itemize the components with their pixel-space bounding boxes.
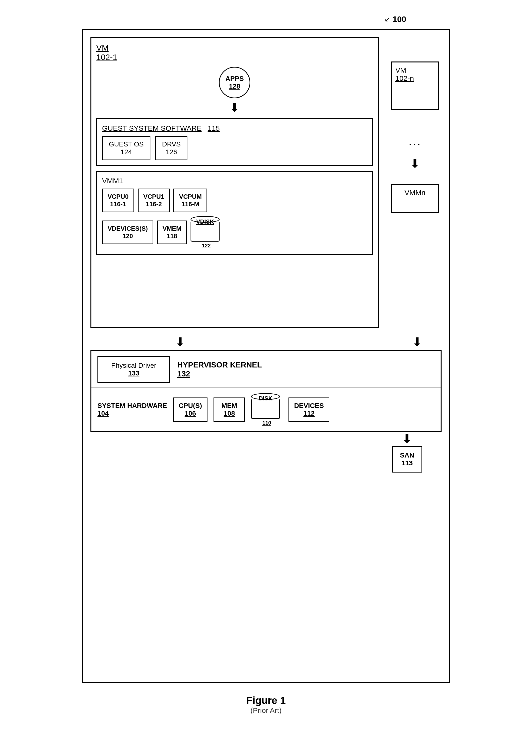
- arrow-to-hyp-2: ⬇: [412, 335, 422, 349]
- apps-label: APPS: [225, 75, 244, 83]
- mem-ref: 108: [219, 410, 240, 417]
- disk-container: DISK 110: [251, 393, 282, 426]
- right-col: VM 102-n ... ⬇ VMMn: [388, 62, 442, 213]
- drvs-ref: 126: [162, 148, 181, 156]
- san-label: SAN: [400, 451, 414, 459]
- vdisk-ref-text: 122: [202, 243, 211, 249]
- disk-ref: 110: [262, 420, 271, 426]
- san-ref: 113: [400, 459, 414, 467]
- vm1-ref: 102-1: [96, 53, 117, 62]
- vm-n-block: VM 102-n: [391, 62, 439, 110]
- mem-label: MEM: [219, 402, 240, 410]
- figure-title-area: Figure 1 (Prior Art): [82, 695, 450, 715]
- guest-os-label: GUEST OS: [109, 140, 144, 148]
- vm-n-ref: 102-n: [395, 74, 435, 83]
- vcpum-label: VCPUM: [179, 193, 202, 201]
- vmem-label: VMEM: [163, 225, 181, 232]
- vcpum-box: VCPUM 116-M: [173, 189, 207, 212]
- vdevices-row: VDEVICES(S) 120 VMEM 118: [102, 216, 367, 249]
- vcpu0-label: VCPU0: [108, 193, 129, 201]
- top-row: VM 102-1 APPS 128 ⬇ GUEST SYSTEM SOFTWAR…: [90, 37, 442, 328]
- arrow-100-indicator: ↙: [385, 15, 390, 23]
- sys-hw-text: SYSTEM HARDWARE: [97, 402, 167, 410]
- sys-row-inner: SYSTEM HARDWARE 104 CPU(S) 106 MEM 108: [91, 388, 441, 431]
- devices-ref: 112: [294, 410, 324, 417]
- disk-inner-label: DISK: [251, 395, 280, 402]
- vmm-n-label: VMMn: [395, 189, 435, 197]
- vcpu0-box: VCPU0 116-1: [102, 189, 134, 212]
- vdisk-label: VDISK: [196, 218, 214, 225]
- hypervisor-kernel-box: HYPERVISOR KERNEL 132: [177, 356, 435, 383]
- vdevices-box: VDEVICES(S) 120: [102, 221, 153, 244]
- hyp-row-inner: Physical Driver 133 HYPERVISOR KERNEL 13…: [91, 351, 441, 388]
- ref-100-label: 100: [393, 14, 406, 24]
- vm1-block: VM 102-1 APPS 128 ⬇ GUEST SYSTEM SOFTWAR…: [90, 37, 379, 328]
- guest-system-ref: 115: [208, 124, 220, 132]
- san-col: ⬇ SAN 113: [392, 432, 422, 472]
- guest-system-block: GUEST SYSTEM SOFTWARE 115 GUEST OS 124 D…: [96, 119, 373, 166]
- devices-box: DEVICES 112: [289, 397, 329, 422]
- apps-circle: APPS 128: [219, 67, 250, 98]
- page: ↙ 100 VM 102-1 APPS 128 ⬇: [72, 10, 459, 745]
- vm-n-label: VM: [395, 66, 435, 74]
- vm1-label: VM 102-1: [96, 43, 373, 62]
- main-diagram-box: VM 102-1 APPS 128 ⬇ GUEST SYSTEM SOFTWAR…: [82, 29, 450, 683]
- sys-hw-ref: 104: [97, 410, 167, 417]
- ellipsis: ...: [408, 134, 421, 148]
- vdevices-label: VDEVICES(S): [108, 225, 148, 232]
- vmm-n-arrow: ⬇: [410, 157, 420, 171]
- physical-driver-box: Physical Driver 133: [97, 356, 170, 383]
- cpus-label: CPU(S): [179, 402, 202, 410]
- figure-caption: Figure 1 (Prior Art): [82, 695, 450, 715]
- guest-system-label-text: GUEST SYSTEM SOFTWARE: [102, 124, 202, 132]
- san-box: SAN 113: [392, 446, 422, 472]
- guest-system-label: GUEST SYSTEM SOFTWARE 115: [102, 124, 367, 132]
- vcpum-ref: 116-M: [179, 201, 202, 208]
- hyp-sys-wrapper: Physical Driver 133 HYPERVISOR KERNEL 13…: [90, 350, 442, 432]
- vmm-n-block: VMMn: [391, 184, 439, 213]
- san-area: ⬇ SAN 113: [90, 432, 442, 472]
- guest-os-box: GUEST OS 124: [102, 136, 150, 160]
- figure-subtitle: (Prior Art): [82, 706, 450, 715]
- disk-label: DISK: [259, 395, 272, 402]
- cpus-box: CPU(S) 106: [173, 397, 208, 422]
- vmem-box: VMEM 118: [157, 221, 187, 244]
- vcpu1-ref: 116-2: [143, 201, 165, 208]
- vdisk-ref: 122: [190, 243, 222, 249]
- apps-ref: 128: [229, 83, 241, 90]
- vmem-ref: 118: [163, 232, 181, 240]
- vcpu0-ref: 116-1: [108, 201, 129, 208]
- cpus-ref: 106: [179, 410, 202, 417]
- hypervisor-kernel-label: HYPERVISOR KERNEL: [177, 361, 435, 369]
- hypervisor-kernel-ref: 132: [177, 369, 435, 378]
- vmm1-block: VMM1 VCPU0 116-1 VCPU1 116-2 VCPUM: [96, 171, 373, 255]
- guest-os-row: GUEST OS 124 DRVS 126: [102, 136, 367, 160]
- san-arrow: ⬇: [402, 432, 412, 446]
- vcpu-row: VCPU0 116-1 VCPU1 116-2 VCPUM 116-M: [102, 189, 367, 212]
- vm1-label-text: VM: [96, 43, 109, 52]
- physical-driver-ref: 133: [105, 369, 162, 377]
- vdisk-body: [190, 222, 219, 242]
- drvs-label: DRVS: [162, 140, 181, 148]
- vcpu1-label: VCPU1: [143, 193, 165, 201]
- physical-driver-label: Physical Driver: [105, 362, 162, 369]
- disk-body: [251, 399, 280, 419]
- vmm1-label: VMM1: [102, 177, 367, 185]
- vdisk-inner-label: VDISK: [190, 218, 219, 225]
- mem-box: MEM 108: [214, 397, 245, 422]
- arrow-to-hyp-1: ⬇: [175, 335, 185, 349]
- devices-label: DEVICES: [294, 402, 324, 410]
- connector-arrows-row: ⬇ ⬇: [90, 335, 442, 349]
- apps-arrow-down: ⬇: [96, 101, 373, 115]
- vdisk-container: VDISK 122: [190, 216, 222, 249]
- disk-ref-area: 110: [251, 420, 282, 426]
- system-hw-label: SYSTEM HARDWARE 104: [97, 402, 167, 417]
- vdevices-ref: 120: [108, 232, 148, 240]
- figure-title: Figure 1: [82, 695, 450, 706]
- drvs-box: DRVS 126: [155, 136, 188, 160]
- apps-circle-container: APPS 128: [96, 67, 373, 98]
- guest-os-ref: 124: [109, 148, 144, 156]
- vcpu1-box: VCPU1 116-2: [138, 189, 170, 212]
